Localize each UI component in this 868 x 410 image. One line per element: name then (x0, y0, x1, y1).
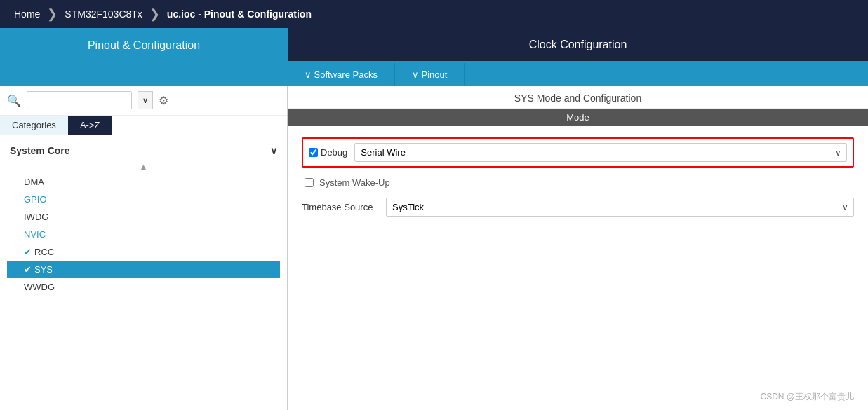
breadcrumb: Home ❯ STM32F103C8Tx ❯ uc.ioc - Pinout &… (0, 0, 868, 28)
debug-select-wrap: Serial Wire JTAG (5 pins) JTAG (4 pins) … (354, 143, 847, 162)
scroll-up-arrow[interactable]: ▲ (7, 160, 280, 173)
breadcrumb-ioc[interactable]: uc.ioc - Pinout & Configuration (161, 8, 317, 20)
breadcrumb-chevron-1: ❯ (47, 6, 58, 22)
tab-bar: Pinout & Configuration Clock Configurati… (0, 28, 868, 63)
search-dropdown-button[interactable]: ∨ (138, 91, 153, 109)
sidebar-tabs: Categories A->Z (0, 116, 287, 135)
search-icon: 🔍 (7, 94, 21, 107)
sidebar-section-header[interactable]: System Core ∨ (7, 141, 280, 160)
timebase-row: Timebase Source SysTick TIM1 TIM2 ∨ (302, 198, 854, 217)
mode-header: Mode (288, 109, 868, 126)
sidebar-search-row: 🔍 ∨ ⚙ (0, 86, 287, 116)
timebase-select[interactable]: SysTick TIM1 TIM2 (386, 198, 854, 217)
breadcrumb-stm[interactable]: STM32F103C8Tx (59, 8, 147, 20)
tab-clock[interactable]: Clock Configuration (288, 28, 868, 63)
timebase-select-wrap: SysTick TIM1 TIM2 ∨ (386, 198, 854, 217)
wake-up-label: System Wake-Up (319, 177, 390, 188)
tab-categories[interactable]: Categories (0, 116, 68, 135)
tab-pinout[interactable]: Pinout & Configuration (0, 28, 288, 63)
debug-select[interactable]: Serial Wire JTAG (5 pins) JTAG (4 pins) … (354, 143, 847, 162)
tab-az[interactable]: A->Z (68, 116, 112, 135)
breadcrumb-chevron-2: ❯ (149, 6, 160, 22)
sidebar: 🔍 ∨ ⚙ Categories A->Z System Core ∨ ▲ DM… (0, 86, 288, 410)
debug-label: Debug (309, 147, 347, 158)
sidebar-item-nvic[interactable]: NVIC (21, 226, 280, 243)
sidebar-item-iwdg[interactable]: IWDG (21, 208, 280, 226)
content-title: SYS Mode and Configuration (288, 86, 868, 109)
timebase-label: Timebase Source (302, 202, 379, 212)
sys-check-icon: ✔ (24, 264, 32, 275)
wake-up-checkbox[interactable] (305, 178, 314, 187)
gear-icon[interactable]: ⚙ (159, 94, 168, 107)
sidebar-section-system-core: System Core ∨ ▲ DMA GPIO IWDG NVIC ✔ RCC… (0, 135, 287, 301)
search-input[interactable] (27, 91, 132, 109)
watermark: CSDN @王权那个富贵儿 (760, 391, 854, 403)
main-layout: 🔍 ∨ ⚙ Categories A->Z System Core ∨ ▲ DM… (0, 86, 868, 410)
sidebar-item-gpio[interactable]: GPIO (21, 191, 280, 208)
content-area: SYS Mode and Configuration Mode Debug Se… (288, 86, 868, 410)
sidebar-item-rcc[interactable]: ✔ RCC (21, 243, 280, 261)
sidebar-item-dma[interactable]: DMA (21, 173, 280, 191)
sidebar-item-sys[interactable]: ✔ SYS (7, 261, 280, 278)
section-chevron-down-icon: ∨ (270, 145, 277, 156)
mode-content: Debug Serial Wire JTAG (5 pins) JTAG (4 … (288, 126, 868, 238)
debug-row: Debug Serial Wire JTAG (5 pins) JTAG (4 … (302, 137, 854, 168)
sidebar-item-wwdg[interactable]: WWDG (21, 278, 280, 296)
sub-tab-spacer (0, 63, 288, 86)
breadcrumb-home[interactable]: Home (8, 8, 46, 20)
sub-tab-bar: ∨ Software Packs ∨ Pinout (0, 63, 868, 86)
sub-tab-software-packs[interactable]: ∨ Software Packs (288, 63, 395, 86)
wake-up-row: System Wake-Up (302, 177, 854, 188)
rcc-check-icon: ✔ (24, 247, 32, 257)
sub-tab-pinout[interactable]: ∨ Pinout (395, 63, 465, 86)
sidebar-list: DMA GPIO IWDG NVIC ✔ RCC ✔ SYS WWDG (7, 173, 280, 296)
debug-checkbox[interactable] (309, 148, 318, 157)
